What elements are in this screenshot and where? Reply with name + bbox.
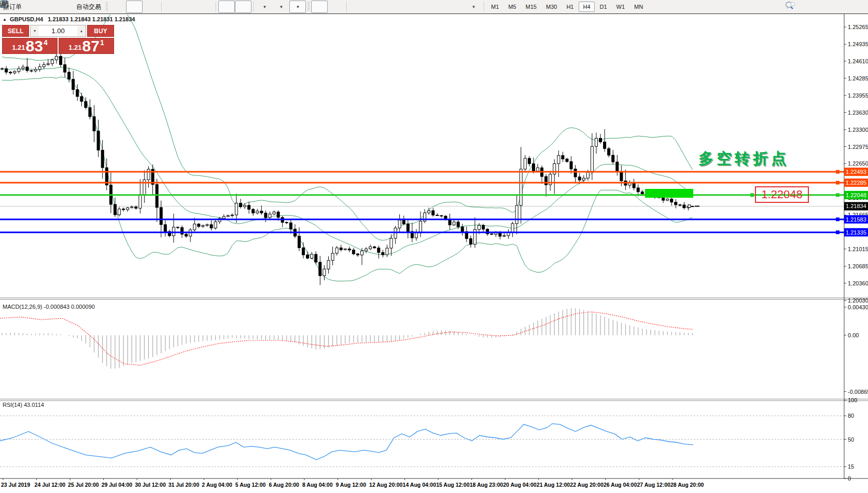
tile-windows-button[interactable]: [197, 1, 214, 13]
auto-scroll-button[interactable]: [218, 1, 235, 13]
time-axis-label: 29 Jul 04:00: [102, 482, 133, 488]
toolbar-grip: [307, 2, 310, 11]
text-label-button[interactable]: T: [449, 1, 465, 13]
price-axis-badge-label: 1.22493: [846, 169, 866, 175]
price-axis-label: 1.24935: [848, 41, 868, 47]
rsi-axis-label: 80: [848, 413, 854, 419]
candle-body: [608, 148, 610, 155]
autotrading-button[interactable]: 自动交易: [75, 1, 104, 13]
text-button[interactable]: A: [432, 1, 449, 13]
chat-button[interactable]: [806, 1, 822, 13]
crosshair-button[interactable]: [328, 1, 344, 13]
line-anchor-marker: [836, 170, 839, 174]
candle-body: [365, 249, 368, 251]
toolbar-separator: [484, 2, 484, 12]
price-axis-badge-label: 1.22285: [846, 180, 866, 186]
turning-point-annotation[interactable]: 多空转折点: [698, 148, 789, 169]
time-axis-label: 12 Aug 20:00: [369, 482, 403, 488]
one-click-panel: SELL ▼ 1.00 ▲ BUY 1.21 83 4 1.21 87 1: [2, 25, 114, 54]
candle-body: [620, 172, 623, 181]
buy-price-box[interactable]: 1.21 87 1: [59, 38, 114, 54]
toolbar-separator: [161, 2, 162, 12]
volume-decrease-button[interactable]: ▼: [31, 25, 39, 36]
vertical-line-button[interactable]: [349, 1, 366, 13]
candle-body: [1, 69, 4, 69]
template-button[interactable]: ▼: [289, 1, 306, 13]
collapse-arrow-icon[interactable]: ▲: [3, 17, 7, 22]
candle-body: [582, 178, 585, 180]
line-anchor-marker: [836, 181, 839, 184]
timeframe-h1[interactable]: H1: [562, 2, 578, 12]
candle-body: [89, 107, 91, 117]
candle-body: [419, 221, 422, 233]
line-anchor-marker: [836, 193, 839, 197]
candle-body: [369, 247, 372, 249]
candle-body: [185, 234, 188, 236]
bar-chart-button[interactable]: [109, 1, 126, 13]
candle-body: [386, 248, 388, 255]
sell-button[interactable]: SELL: [2, 25, 29, 37]
signals-button[interactable]: [58, 1, 75, 13]
cursor-button[interactable]: [311, 1, 328, 13]
timeframe-h4[interactable]: H4: [579, 2, 594, 12]
candle-chart-button[interactable]: [126, 1, 143, 13]
candle-body: [356, 254, 359, 255]
candle-body: [599, 138, 602, 142]
candle-body: [222, 216, 225, 218]
timeframe-w1[interactable]: W1: [612, 2, 629, 12]
volume-increase-button[interactable]: ▲: [77, 25, 86, 36]
timeframe-m1[interactable]: M1: [487, 2, 503, 12]
buy-button[interactable]: BUY: [87, 25, 114, 37]
timeframe-m30[interactable]: M30: [542, 2, 561, 12]
fibonacci-button[interactable]: F: [415, 1, 432, 13]
candle-body: [302, 248, 305, 255]
candle-body: [315, 254, 317, 262]
candle-body: [402, 220, 405, 224]
price-axis-label: 1.23630: [848, 109, 868, 116]
candle-body: [666, 199, 669, 200]
line-chart-button[interactable]: [143, 1, 159, 13]
zoom-out-button[interactable]: [180, 1, 197, 13]
toolbar-right-group: [785, 1, 822, 13]
candle-body: [469, 239, 472, 244]
timeframe-mn[interactable]: MN: [630, 2, 647, 12]
candle-body: [311, 254, 313, 258]
timeframe-m5[interactable]: M5: [504, 2, 520, 12]
time-axis-label: 9 Aug 12:00: [336, 482, 367, 488]
arrows-button[interactable]: ▼: [465, 1, 482, 13]
periods-button[interactable]: ▼: [273, 1, 289, 13]
sell-price-box[interactable]: 1.21 83 4: [2, 38, 58, 54]
candle-body: [156, 184, 158, 207]
time-axis-label: 22 Aug 20:00: [570, 482, 604, 488]
volume-value[interactable]: 1.00: [39, 25, 77, 36]
candle-body: [252, 209, 255, 213]
candle-body: [64, 65, 66, 73]
chart-area[interactable]: 1.252651.249351.246101.242851.239551.236…: [0, 14, 868, 493]
timeframe-d1[interactable]: D1: [596, 2, 611, 12]
candle-body: [532, 163, 535, 171]
candle-body: [206, 225, 208, 226]
community-button[interactable]: [41, 1, 58, 13]
candle-body: [637, 188, 639, 192]
rsi-axis-label: 0: [848, 475, 851, 482]
equidistant-channel-button[interactable]: E: [399, 1, 415, 13]
metaquotes-button[interactable]: [25, 1, 41, 13]
volume-stepper: ▼ 1.00 ▲: [30, 25, 86, 37]
candle-body: [595, 138, 597, 146]
trendline-button[interactable]: [382, 1, 399, 13]
timeframe-m15[interactable]: M15: [522, 2, 541, 12]
symbol-info-line: ▲ GBPUSD,H4 1.21833 1.21843 1.21831 1.21…: [3, 16, 135, 22]
candle-body: [382, 252, 384, 255]
time-axis-label: 20 Aug 04:00: [503, 482, 537, 488]
chart-canvas[interactable]: 1.252651.249351.246101.242851.239551.236…: [0, 14, 868, 493]
arrows-icon: [0, 0, 8, 8]
indicators-button[interactable]: ▼: [256, 1, 273, 13]
price-axis-badge-label: 1.21834: [846, 203, 866, 209]
candle-body: [68, 72, 71, 79]
chart-shift-button[interactable]: [235, 1, 251, 13]
candle-body: [545, 176, 548, 185]
zoom-in-button[interactable]: [164, 1, 180, 13]
candle-body: [231, 215, 233, 215]
horizontal-line-button[interactable]: [366, 1, 382, 13]
price-callout-box[interactable]: 1.22048: [755, 186, 809, 203]
